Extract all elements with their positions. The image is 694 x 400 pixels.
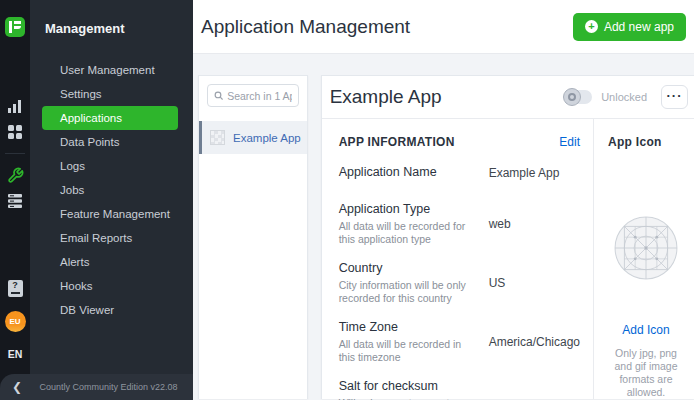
page-header: Application Management + Add new app xyxy=(193,0,694,54)
add-icon-link[interactable]: Add Icon xyxy=(622,323,669,337)
field-time-zone: Time Zone All data will be recorded in t… xyxy=(339,320,580,364)
app-search-input[interactable] xyxy=(227,90,291,102)
management-menu: Management User Management Settings Appl… xyxy=(30,0,193,400)
more-options-button[interactable]: ··· xyxy=(661,85,688,109)
app-icon-placeholder xyxy=(613,215,679,281)
lock-toggle-knob xyxy=(563,88,581,106)
sidebar-item-db-viewer[interactable]: DB Viewer xyxy=(42,298,178,322)
management-wrench-icon[interactable] xyxy=(0,162,30,188)
logs-server-icon[interactable] xyxy=(0,188,30,214)
app-information-title: APP INFORMATION xyxy=(339,135,560,149)
countly-logo-icon[interactable] xyxy=(5,17,25,37)
app-search-box xyxy=(207,84,299,107)
analytics-bar-chart-icon[interactable] xyxy=(0,93,30,119)
app-thumbnail-icon xyxy=(210,130,225,145)
lock-toggle[interactable] xyxy=(566,90,592,104)
page-title: Application Management xyxy=(201,16,573,38)
language-selector[interactable]: EN xyxy=(8,348,23,360)
sidebar-item-logs[interactable]: Logs xyxy=(42,154,178,178)
edit-link[interactable]: Edit xyxy=(559,135,580,149)
sidebar-item-applications[interactable]: Applications xyxy=(42,106,178,130)
app-detail-panel: Example App Unlocked ··· APP INFORMATION… xyxy=(321,75,694,399)
collapse-sidebar-icon[interactable]: ❮ xyxy=(0,380,34,394)
sidebar-divider xyxy=(5,153,25,154)
app-title: Example App xyxy=(330,86,567,108)
sidebar-item-feature-management[interactable]: Feature Management xyxy=(42,202,178,226)
main-area: Application Management + Add new app xyxy=(193,0,694,400)
app-list-item-label: Example App xyxy=(233,132,301,144)
icon-sidebar: ? EU EN xyxy=(0,0,30,400)
sidebar-item-jobs[interactable]: Jobs xyxy=(42,178,178,202)
sidebar-item-user-management[interactable]: User Management xyxy=(42,58,178,82)
menu-title: Management xyxy=(30,0,193,36)
add-new-app-button[interactable]: + Add new app xyxy=(573,13,686,41)
sidebar-item-data-points[interactable]: Data Points xyxy=(42,130,178,154)
help-guides-icon[interactable]: ? xyxy=(8,280,23,297)
sidebar-item-email-reports[interactable]: Email Reports xyxy=(42,226,178,250)
app-detail-header: Example App Unlocked ··· xyxy=(322,76,694,119)
sidebar-item-hooks[interactable]: Hooks xyxy=(42,274,178,298)
lock-toggle-label: Unlocked xyxy=(601,91,647,103)
sidebar-item-settings[interactable]: Settings xyxy=(42,82,178,106)
app-list-item-example-app[interactable]: Example App xyxy=(199,121,307,154)
apps-grid-icon[interactable] xyxy=(0,119,30,145)
version-label: Countly Community Edition v22.08 xyxy=(34,382,193,392)
icon-format-hint: Only jpg, png and gif image formats are … xyxy=(608,347,684,399)
app-list-panel: Example App xyxy=(198,75,308,399)
sidebar-item-alerts[interactable]: Alerts xyxy=(42,250,178,274)
app-information-section: APP INFORMATION Edit Application Name Ex… xyxy=(322,119,593,399)
add-new-app-label: Add new app xyxy=(604,20,674,34)
field-application-type: Application Type All data will be record… xyxy=(339,202,580,246)
field-country: Country City information will be only re… xyxy=(339,261,580,305)
search-icon xyxy=(214,90,223,101)
field-salt-for-checksum: Salt for checksum Will only accept reque… xyxy=(339,379,580,400)
app-icon-section: App Icon xyxy=(593,119,694,399)
avatar-initials: EU xyxy=(9,317,20,326)
user-avatar[interactable]: EU xyxy=(5,311,26,332)
plus-circle-icon: + xyxy=(585,20,598,33)
sidebar-footer: ❮ Countly Community Edition v22.08 xyxy=(0,374,193,400)
app-icon-title: App Icon xyxy=(608,135,662,188)
field-application-name: Application Name Example App xyxy=(339,165,580,180)
